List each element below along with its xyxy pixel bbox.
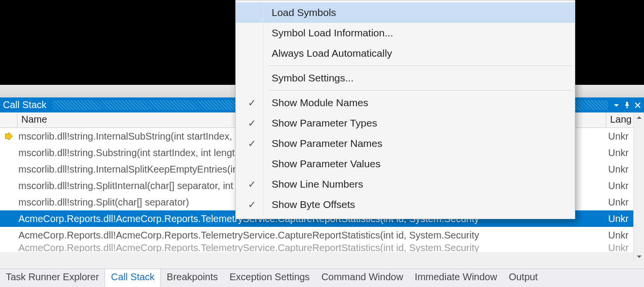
bottom-tab[interactable]: Exception Settings: [224, 269, 316, 287]
menu-item[interactable]: ✓Show Parameter Types: [236, 113, 575, 133]
menu-item[interactable]: Symbol Load Information...: [236, 23, 575, 43]
frame-name: AcmeCorp.Reports.dll!AcmeCorp.Reports.Te…: [17, 230, 606, 241]
menu-item[interactable]: ✓Show Module Names: [236, 93, 575, 113]
menu-item-label: Show Byte Offsets: [268, 199, 575, 210]
panel-menu-dropdown-icon[interactable]: [613, 102, 620, 109]
menu-item[interactable]: ✓Show Byte Offsets: [236, 194, 575, 215]
stack-frame-row[interactable]: AcmeCorp.Reports.dll!AcmeCorp.Reports.Te…: [0, 227, 644, 243]
panel-close-icon[interactable]: [634, 102, 641, 109]
bottom-tab[interactable]: Breakpoints: [161, 269, 224, 287]
menu-item-label: Show Parameter Types: [268, 117, 575, 129]
frame-icon-cell: [0, 132, 17, 141]
bottom-tab[interactable]: Immediate Window: [409, 269, 503, 287]
menu-gutter-divider: [263, 2, 263, 215]
panel-title: Call Stack: [3, 99, 52, 111]
menu-item[interactable]: ✓Show Parameter Names: [236, 133, 575, 154]
menu-item-label: Symbol Settings...: [268, 72, 575, 84]
column-header-icon[interactable]: [0, 112, 17, 128]
menu-item-label: Show Module Names: [268, 97, 575, 109]
bottom-tab[interactable]: Command Window: [316, 269, 409, 287]
context-menu: Load SymbolsSymbol Load Information...Al…: [235, 0, 575, 219]
menu-separator: [268, 90, 573, 91]
menu-item[interactable]: ✓Show Line Numbers: [236, 174, 575, 194]
stack-frame-row[interactable]: AcmeCorp.Reports.dll!AcmeCorp.Reports.Te…: [0, 243, 644, 252]
menu-item-label: Show Parameter Names: [268, 138, 575, 149]
scroll-down-icon[interactable]: [634, 251, 644, 262]
menu-item-label: Show Line Numbers: [268, 178, 575, 190]
menu-item-label: Always Load Automatically: [268, 48, 575, 59]
bottom-tab[interactable]: Call Stack: [105, 269, 161, 287]
menu-item[interactable]: Symbol Settings...: [236, 68, 575, 88]
menu-item[interactable]: Always Load Automatically: [236, 43, 575, 64]
menu-item-label: Symbol Load Information...: [268, 27, 575, 39]
bottom-tab-strip: Task Runner ExplorerCall StackBreakpoint…: [0, 269, 644, 287]
bottom-tab[interactable]: Output: [503, 269, 544, 287]
menu-item-label: Load Symbols: [268, 7, 575, 18]
scroll-up-icon[interactable]: [634, 112, 644, 123]
bottom-tab[interactable]: Task Runner Explorer: [0, 269, 105, 287]
menu-item[interactable]: Load Symbols: [236, 2, 575, 23]
menu-separator: [268, 65, 573, 66]
current-frame-arrow-icon: [4, 132, 13, 141]
panel-pin-icon[interactable]: [624, 101, 630, 109]
menu-item-label: Show Parameter Values: [268, 158, 575, 170]
vertical-scrollbar[interactable]: [633, 112, 644, 262]
frame-name: AcmeCorp.Reports.dll!AcmeCorp.Reports.Te…: [17, 243, 606, 252]
menu-item[interactable]: Show Parameter Values: [236, 154, 575, 174]
